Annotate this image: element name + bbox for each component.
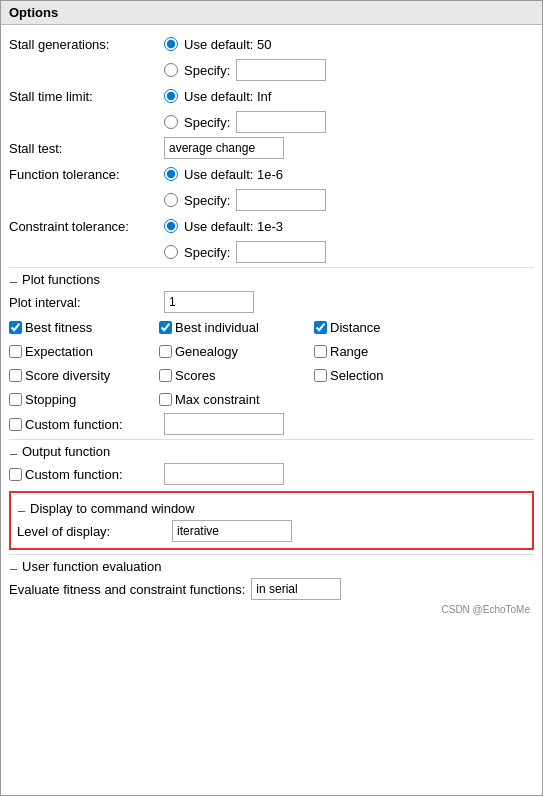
range-label: Range [330,344,368,359]
stall-generations-specify-label: Specify: [184,63,230,78]
display-section-label: Display to command window [30,501,195,516]
expectation-checkbox[interactable] [9,345,22,358]
constraint-tolerance-default-radio[interactable] [164,219,178,233]
stall-time-specify-radio[interactable] [164,115,178,129]
best-fitness-label: Best fitness [25,320,92,335]
panel-title: Options [1,1,542,25]
level-of-display-label: Level of display: [17,524,172,539]
plot-checkboxes-grid: Best fitness Best individual Distance Ex… [9,315,534,411]
custom-function-plot-checkbox[interactable] [9,418,22,431]
function-tolerance-default-label: Use default: 1e-6 [184,167,283,182]
stall-generations-specify-input[interactable] [236,59,326,81]
custom-function-plot-row: Custom function: [9,411,534,437]
user-function-section-header[interactable]: ⚊ User function evaluation [9,554,534,576]
plot-interval-input[interactable] [164,291,254,313]
scores-label: Scores [175,368,215,383]
best-individual-checkbox[interactable] [159,321,172,334]
user-function-collapse-icon[interactable]: ⚊ [9,561,18,572]
expectation-label: Expectation [25,344,93,359]
function-tolerance-label: Function tolerance: [9,167,164,182]
selection-checkbox[interactable] [314,369,327,382]
function-tolerance-default-group: Use default: 1e-6 [164,167,283,182]
output-function-section-header[interactable]: ⚊ Output function [9,439,534,461]
constraint-tolerance-specify-radio[interactable] [164,245,178,259]
constraint-tolerance-default-label: Use default: 1e-3 [184,219,283,234]
plot-functions-collapse-icon[interactable]: ⚊ [9,274,18,285]
stall-generations-label: Stall generations: [9,37,164,52]
constraint-tolerance-label: Constraint tolerance: [9,219,164,234]
function-tolerance-default-radio[interactable] [164,167,178,181]
stall-time-row: Stall time limit: Use default: Inf [9,83,534,109]
constraint-tolerance-default-group: Use default: 1e-3 [164,219,283,234]
plot-cell-distance: Distance [314,315,454,339]
evaluate-fitness-label: Evaluate fitness and constraint function… [9,582,245,597]
best-fitness-checkbox[interactable] [9,321,22,334]
output-function-collapse-icon[interactable]: ⚊ [9,446,18,457]
function-tolerance-row: Function tolerance: Use default: 1e-6 [9,161,534,187]
constraint-tolerance-specify-label: Specify: [184,245,230,260]
custom-function-plot-input[interactable] [164,413,284,435]
range-checkbox[interactable] [314,345,327,358]
plot-cell-scores: Scores [159,363,314,387]
selection-label: Selection [330,368,383,383]
custom-function-plot-label: Custom function: [25,417,123,432]
watermark: CSDN @EchoToMe [9,602,534,617]
function-tolerance-specify-radio[interactable] [164,193,178,207]
function-tolerance-specify-label: Specify: [184,193,230,208]
distance-label: Distance [330,320,381,335]
stall-time-specify-label: Specify: [184,115,230,130]
function-tolerance-specify-input[interactable] [236,189,326,211]
stall-generations-default-radio[interactable] [164,37,178,51]
stall-generations-specify-radio[interactable] [164,63,178,77]
stall-generations-specify-row: Specify: [164,57,534,83]
plot-interval-row: Plot interval: [9,289,534,315]
plot-functions-section-header[interactable]: ⚊ Plot functions [9,267,534,289]
scores-checkbox[interactable] [159,369,172,382]
score-diversity-checkbox[interactable] [9,369,22,382]
function-tolerance-specify-row: Specify: [164,187,534,213]
plot-cell-empty [314,387,454,411]
plot-cell-range: Range [314,339,454,363]
output-function-section-label: Output function [22,444,110,459]
stall-generations-default-label: Use default: 50 [184,37,271,52]
custom-function-output-checkbox[interactable] [9,468,22,481]
level-of-display-input[interactable] [172,520,292,542]
function-tolerance-specify-group: Specify: [164,189,326,211]
stall-time-default-label: Use default: Inf [184,89,271,104]
max-constraint-label: Max constraint [175,392,260,407]
stopping-checkbox[interactable] [9,393,22,406]
display-section: ⚊ Display to command window Level of dis… [9,491,534,550]
plot-cell-genealogy: Genealogy [159,339,314,363]
stall-time-specify-group: Specify: [164,111,326,133]
stall-generations-row: Stall generations: Use default: 50 [9,31,534,57]
plot-cell-selection: Selection [314,363,454,387]
user-function-section-label: User function evaluation [22,559,161,574]
constraint-tolerance-specify-input[interactable] [236,241,326,263]
plot-cell-max-constraint: Max constraint [159,387,314,411]
display-section-header[interactable]: ⚊ Display to command window [17,497,526,518]
constraint-tolerance-specify-group: Specify: [164,241,326,263]
genealogy-label: Genealogy [175,344,238,359]
evaluate-fitness-input[interactable] [251,578,341,600]
display-collapse-icon[interactable]: ⚊ [17,503,26,514]
max-constraint-checkbox[interactable] [159,393,172,406]
stall-generations-specify-group: Specify: [164,59,326,81]
best-individual-label: Best individual [175,320,259,335]
stall-time-specify-input[interactable] [236,111,326,133]
stall-time-label: Stall time limit: [9,89,164,104]
distance-checkbox[interactable] [314,321,327,334]
plot-functions-section-label: Plot functions [22,272,100,287]
stopping-label: Stopping [25,392,76,407]
stall-time-default-group: Use default: Inf [164,89,271,104]
genealogy-checkbox[interactable] [159,345,172,358]
custom-function-output-input[interactable] [164,463,284,485]
plot-interval-label: Plot interval: [9,295,164,310]
stall-time-default-radio[interactable] [164,89,178,103]
custom-function-output-row: Custom function: [9,461,534,487]
stall-test-label: Stall test: [9,141,164,156]
stall-test-input[interactable] [164,137,284,159]
plot-cell-score-diversity: Score diversity [9,363,159,387]
stall-time-specify-row: Specify: [164,109,534,135]
plot-cell-expectation: Expectation [9,339,159,363]
score-diversity-label: Score diversity [25,368,110,383]
